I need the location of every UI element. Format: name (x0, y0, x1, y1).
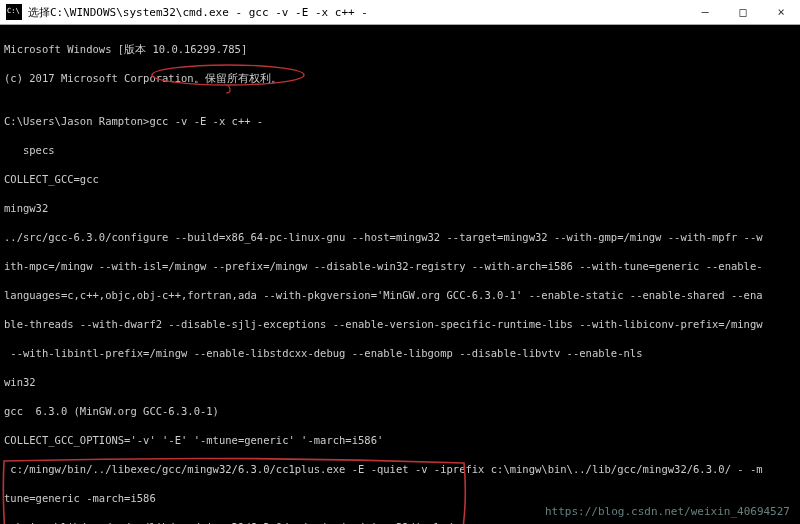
output-line: specs (4, 143, 796, 158)
typed-command: gcc -v -E -x c++ - (149, 115, 263, 127)
cmd-icon (6, 4, 22, 20)
prompt: C:\Users\Jason Rampton> (4, 115, 149, 127)
window-title: 选择C:\WINDOWS\system32\cmd.exe - gcc -v -… (28, 5, 686, 20)
terminal-output[interactable]: Microsoft Windows [版本 10.0.16299.785] (c… (0, 25, 800, 524)
output-line: COLLECT_GCC=gcc (4, 172, 796, 187)
output-line: ith-mpc=/mingw --with-isl=/mingw --prefi… (4, 259, 796, 274)
minimize-button[interactable]: — (686, 0, 724, 24)
prompt-line: C:\Users\Jason Rampton>gcc -v -E -x c++ … (4, 114, 796, 129)
output-line: c:\mingw\lib/gcc/../../lib/gcc/mingw32/6… (4, 520, 796, 524)
output-line: mingw32 (4, 201, 796, 216)
watermark-text: https://blog.csdn.net/weixin_40694527 (545, 505, 790, 518)
output-line: tune=generic -march=i586 (4, 491, 796, 506)
close-button[interactable]: × (762, 0, 800, 24)
output-line: c:/mingw/bin/../libexec/gcc/mingw32/6.3.… (4, 462, 796, 477)
copyright-line: (c) 2017 Microsoft Corporation。保留所有权利。 (4, 71, 796, 86)
window-controls: — □ × (686, 0, 800, 24)
window-titlebar: 选择C:\WINDOWS\system32\cmd.exe - gcc -v -… (0, 0, 800, 25)
output-line: ble-threads --with-dwarf2 --disable-sjlj… (4, 317, 796, 332)
output-line: COLLECT_GCC_OPTIONS='-v' '-E' '-mtune=ge… (4, 433, 796, 448)
output-line: --with-libintl-prefix=/mingw --enable-li… (4, 346, 796, 361)
output-line: gcc 6.3.0 (MinGW.org GCC-6.3.0-1) (4, 404, 796, 419)
output-line: ../src/gcc-6.3.0/configure --build=x86_6… (4, 230, 796, 245)
output-line: languages=c,c++,objc,obj-c++,fortran,ada… (4, 288, 796, 303)
version-line: Microsoft Windows [版本 10.0.16299.785] (4, 42, 796, 57)
output-line: win32 (4, 375, 796, 390)
maximize-button[interactable]: □ (724, 0, 762, 24)
